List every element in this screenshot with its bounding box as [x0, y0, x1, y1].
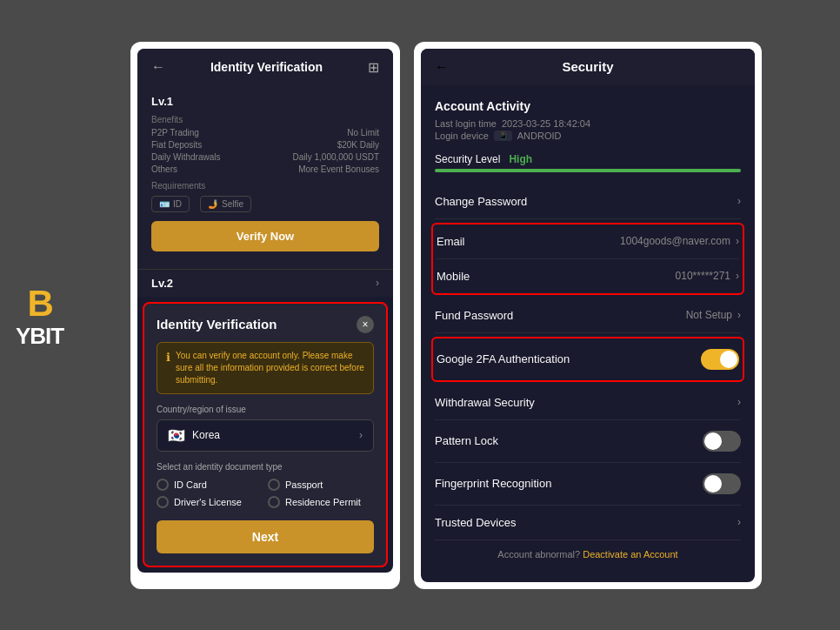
radio-residence-permit[interactable]	[268, 496, 280, 508]
benefit-row-p2p: P2P Trading No Limit	[151, 128, 379, 137]
toggle-track-pattern[interactable]	[703, 431, 741, 452]
right-phone-screen: ← Security Account Activity Last login t…	[421, 49, 755, 582]
benefit-key-p2p: P2P Trading	[151, 128, 199, 137]
next-button[interactable]: Next	[157, 520, 374, 553]
country-left: 🇰🇷 Korea	[168, 427, 220, 444]
security-level-value: High	[509, 153, 532, 165]
pattern-lock-toggle[interactable]	[703, 431, 741, 452]
verify-now-button[interactable]: Verify Now	[151, 221, 379, 251]
benefit-val-withdrawal: Daily 1,000,000 USDT	[293, 152, 380, 162]
menu-item-google-2fa[interactable]: Google 2FA Authentication	[437, 338, 739, 380]
id-label: ID	[173, 199, 182, 209]
withdrawal-security-label: Withdrawal Security	[435, 396, 535, 409]
fund-password-label: Fund Password	[435, 309, 513, 322]
deactivate-link[interactable]: Deactivate an Account	[583, 549, 677, 560]
modal-title: Identity Verification	[157, 317, 277, 332]
fund-password-value: Not Setup	[686, 309, 732, 321]
benefit-key-others: Others	[151, 164, 177, 174]
android-icon: 📱	[494, 131, 512, 141]
left-header-title: Identity Verification	[210, 60, 323, 74]
level1-section: Lv.1 Benefits P2P Trading No Limit Fiat …	[137, 86, 393, 269]
doc-option-id-card[interactable]: ID Card	[157, 479, 263, 491]
level2-label: Lv.2	[151, 277, 173, 290]
arrow-email: ›	[736, 235, 739, 247]
grid-icon-left: ⊞	[368, 59, 379, 76]
login-device-value: ANDROID	[517, 131, 562, 141]
menu-item-pattern-lock[interactable]: Pattern Lock	[435, 420, 741, 463]
pattern-lock-label: Pattern Lock	[435, 434, 498, 447]
country-flag: 🇰🇷	[168, 427, 185, 444]
country-field-label: Country/region of issue	[157, 405, 374, 414]
logo-b: B	[27, 283, 51, 325]
menu-item-withdrawal-security[interactable]: Withdrawal Security ›	[435, 385, 741, 420]
level2-bar[interactable]: Lv.2 ›	[137, 269, 393, 297]
doc-option-passport[interactable]: Passport	[268, 479, 374, 491]
trusted-devices-label: Trusted Devices	[435, 516, 516, 529]
id-icon: 🪪	[159, 199, 170, 209]
menu-item-email[interactable]: Email 1004goods@naver.com ›	[437, 225, 739, 259]
google-2fa-label: Google 2FA Authentication	[437, 352, 570, 365]
radio-passport[interactable]	[268, 479, 280, 491]
menu-item-fund-password[interactable]: Fund Password Not Setup ›	[435, 298, 741, 333]
arrow-withdrawal-security: ›	[737, 396, 741, 408]
main-container: B YBIT ← Identity Verification ⊞ Lv.1 Be…	[0, 0, 840, 630]
mobile-label: Mobile	[437, 270, 470, 283]
menu-item-mobile[interactable]: Mobile 010*****271 ›	[437, 259, 739, 293]
left-phone-screen: ← Identity Verification ⊞ Lv.1 Benefits …	[137, 49, 393, 573]
back-arrow-right[interactable]: ←	[435, 59, 449, 75]
menu-item-change-password[interactable]: Change Password ›	[435, 184, 741, 219]
menu-item-fingerprint[interactable]: Fingerprint Recognition	[435, 463, 741, 506]
benefit-row-fiat: Fiat Deposits $20K Daily	[151, 140, 379, 150]
bybit-logo: B YBIT	[16, 283, 63, 347]
benefit-key-fiat: Fiat Deposits	[151, 140, 202, 150]
level1-label: Lv.1	[151, 95, 379, 108]
req-id: 🪪 ID	[151, 196, 190, 212]
security-header: ← Security	[421, 49, 755, 85]
requirements-label: Requirements	[151, 181, 379, 191]
account-abnormal-text: Account abnormal?	[497, 549, 580, 560]
benefit-val-p2p: No Limit	[347, 128, 379, 137]
radio-drivers-license[interactable]	[157, 496, 169, 508]
toggle-track-2fa[interactable]	[701, 349, 739, 370]
doc-option-drivers-license-label: Driver's License	[174, 497, 242, 507]
selfie-icon: 🤳	[208, 199, 218, 209]
security-level-row: Security Level High	[435, 153, 741, 165]
left-panel: ← Identity Verification ⊞ Lv.1 Benefits …	[130, 42, 400, 589]
chevron-right-level2: ›	[376, 277, 379, 289]
country-selector[interactable]: 🇰🇷 Korea ›	[157, 419, 374, 452]
modal-close-button[interactable]: ×	[357, 316, 374, 333]
last-login-row: Last login time 2023-03-25 18:42:04	[435, 118, 741, 129]
arrow-trusted-devices: ›	[737, 516, 741, 528]
country-name: Korea	[192, 429, 220, 441]
google-2fa-group: Google 2FA Authentication	[431, 337, 744, 382]
doc-option-residence-permit[interactable]: Residence Permit	[268, 496, 374, 508]
arrow-change-password: ›	[737, 195, 741, 207]
doc-option-drivers-license[interactable]: Driver's License	[157, 496, 263, 508]
requirements-icons: 🪪 ID 🤳 Selfie	[151, 196, 379, 212]
login-device-row: Login device 📱 ANDROID	[435, 131, 741, 141]
warning-text: You can verify one account only. Please …	[176, 350, 364, 386]
doc-option-passport-label: Passport	[285, 479, 323, 490]
logo-ybit: YBIT	[16, 325, 63, 347]
email-label: Email	[437, 235, 465, 248]
account-activity-heading: Account Activity	[435, 99, 741, 113]
fingerprint-label: Fingerprint Recognition	[435, 477, 551, 490]
last-login-value: 2023-03-25 18:42:04	[502, 118, 590, 129]
account-activity-section: Account Activity Last login time 2023-03…	[435, 99, 741, 141]
menu-item-trusted-devices[interactable]: Trusted Devices ›	[435, 506, 741, 540]
back-arrow-left[interactable]: ←	[151, 59, 165, 75]
toggle-track-fingerprint[interactable]	[703, 473, 741, 494]
left-phone-header: ← Identity Verification ⊞	[137, 49, 393, 86]
doc-option-id-card-label: ID Card	[174, 479, 207, 490]
fingerprint-toggle[interactable]	[703, 473, 741, 494]
security-title: Security	[449, 59, 727, 74]
radio-id-card[interactable]	[157, 479, 169, 491]
last-login-label: Last login time	[435, 118, 497, 129]
mobile-right: 010*****271 ›	[676, 270, 739, 282]
benefit-val-others: More Event Bonuses	[298, 164, 379, 174]
toggle-thumb-fingerprint	[704, 475, 722, 493]
modal-header: Identity Verification ×	[157, 316, 374, 333]
selfie-label: Selfie	[222, 199, 243, 209]
benefit-row-withdrawal: Daily Withdrawals Daily 1,000,000 USDT	[151, 152, 379, 162]
google-2fa-toggle[interactable]	[701, 349, 739, 370]
